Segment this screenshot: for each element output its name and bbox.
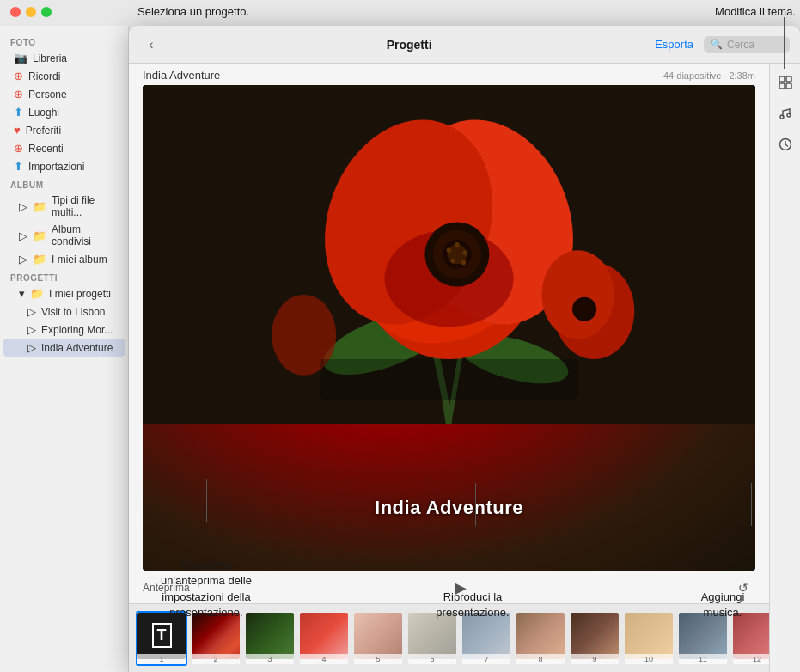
thumb-num-7: 7 — [462, 654, 510, 664]
play-icon-india: ▷ — [27, 341, 36, 354]
sidebar-label-ricordi: Ricordi — [28, 70, 60, 82]
chevron-right-icon-2: ▷ — [19, 229, 27, 242]
play-icon-lisbon: ▷ — [27, 305, 36, 318]
toolbar-title: Progetti — [163, 38, 655, 52]
sidebar-item-india[interactable]: ▷ India Adventure — [3, 339, 125, 357]
slide-image — [143, 85, 755, 424]
traffic-lights — [10, 7, 52, 17]
sidebar-label-recenti: Recenti — [28, 143, 64, 155]
film-thumb-3[interactable]: 3 — [244, 611, 296, 666]
film-thumb-5[interactable]: 5 — [352, 611, 404, 666]
close-button[interactable] — [10, 7, 21, 17]
thumb-num-8: 8 — [516, 654, 565, 664]
content-area: India Adventure 44 diapositive · 2:38m — [129, 64, 800, 672]
film-thumb-2[interactable]: 2 — [190, 611, 241, 666]
svg-point-12 — [447, 248, 452, 254]
sidebar-item-miei-progetti[interactable]: ▾ 📁 I miei progetti — [3, 284, 125, 302]
sidebar-label-libreria: Libreria — [33, 52, 67, 64]
music-button[interactable] — [773, 101, 797, 125]
main-content: India Adventure 44 diapositive · 2:38m — [129, 64, 769, 672]
sidebar-item-ricordi[interactable]: ⊕ Ricordi — [3, 67, 125, 85]
chevron-down-icon: ▾ — [19, 287, 25, 300]
sidebar-item-luoghi[interactable]: ⬆ Luoghi — [3, 103, 125, 121]
film-thumb-6[interactable]: 6 — [406, 611, 458, 666]
clock-button[interactable] — [773, 132, 797, 156]
search-bar[interactable]: 🔍 — [704, 36, 790, 53]
sidebar-label-preferiti: Preferiti — [26, 125, 61, 137]
thumb-num-10: 10 — [625, 654, 673, 664]
library-icon: 📷 — [14, 52, 27, 64]
sidebar-item-preferiti[interactable]: ♥ Preferiti — [3, 121, 125, 139]
svg-point-27 — [787, 113, 791, 117]
thumb-num-1: 1 — [137, 654, 186, 664]
thumb-num-11: 11 — [679, 654, 727, 664]
export-button[interactable]: Esporta — [655, 38, 693, 51]
film-thumb-12[interactable]: 12 — [731, 611, 769, 666]
music-icon — [779, 107, 792, 120]
play-button[interactable]: ▶ — [449, 576, 473, 600]
thumb-num-9: 9 — [571, 654, 619, 664]
svg-rect-21 — [320, 359, 577, 400]
thumb-num-6: 6 — [408, 654, 456, 664]
slide-title: India Adventure — [375, 497, 523, 519]
svg-point-13 — [462, 250, 467, 255]
people-icon: ⊕ — [14, 88, 23, 101]
film-thumb-9[interactable]: 9 — [569, 611, 620, 666]
film-thumb-1[interactable]: T 1 — [136, 611, 187, 666]
sidebar-label-persone: Persone — [28, 89, 67, 101]
svg-point-26 — [780, 115, 784, 119]
imports-icon: ⬆ — [14, 160, 23, 173]
thumb-num-5: 5 — [354, 654, 402, 664]
sidebar-item-libreria[interactable]: 📷 Libreria — [3, 49, 125, 67]
slideshow-preview[interactable]: India Adventure — [143, 85, 755, 571]
sidebar-item-importazioni[interactable]: ⬆ Importazioni — [3, 157, 125, 175]
project-info-bar: India Adventure 44 diapositive · 2:38m — [129, 64, 769, 85]
slideshow-layout-button[interactable] — [773, 70, 797, 95]
sidebar-item-exploring[interactable]: ▷ Exploring Mor... — [3, 321, 125, 339]
chevron-right-icon: ▷ — [19, 200, 27, 213]
film-thumb-11[interactable]: 11 — [677, 611, 729, 666]
shared-albums-icon: 📁 — [33, 229, 46, 242]
svg-point-14 — [455, 242, 460, 247]
filmstrip: T 1 2 3 4 5 — [129, 603, 769, 672]
svg-point-19 — [572, 297, 596, 321]
back-button[interactable]: ‹ — [139, 33, 163, 57]
sidebar-item-lisbon[interactable]: ▷ Visit to Lisbon — [3, 302, 125, 321]
thumb-num-2: 2 — [192, 654, 240, 664]
film-thumb-8[interactable]: 8 — [515, 611, 566, 666]
annotation-seleziona: Seleziona un progetto. — [137, 4, 249, 20]
layout-icon — [779, 76, 792, 89]
sidebar-item-persone[interactable]: ⊕ Persone — [3, 85, 125, 103]
film-thumb-4[interactable]: 4 — [298, 611, 350, 666]
sidebar-label-miei-album: I miei album — [52, 254, 107, 266]
svg-rect-25 — [786, 83, 791, 89]
film-thumb-10[interactable]: 10 — [623, 611, 675, 666]
toolbar: ‹ Progetti Esporta 🔍 — [129, 26, 800, 64]
search-input[interactable] — [727, 39, 787, 51]
foto-section-label: Foto — [0, 33, 128, 49]
minimize-button[interactable] — [26, 7, 36, 17]
search-icon: 🔍 — [711, 39, 723, 50]
thumb-num-4: 4 — [300, 654, 348, 664]
film-thumb-7[interactable]: 7 — [461, 611, 512, 666]
sidebar-item-miei-album[interactable]: ▷ 📁 I miei album — [3, 250, 125, 268]
progetti-section-label: Progetti — [0, 268, 128, 284]
right-sidebar — [769, 64, 800, 672]
clock-icon — [779, 137, 792, 151]
media-types-icon: 📁 — [33, 200, 46, 213]
sidebar-label-miei-progetti: I miei progetti — [49, 288, 111, 300]
sidebar-item-recenti[interactable]: ⊕ Recenti — [3, 139, 125, 157]
sidebar-label-exploring: Exploring Mor... — [41, 324, 113, 336]
slide-background: India Adventure — [143, 85, 755, 571]
svg-rect-24 — [779, 83, 785, 89]
preview-bar: Anteprima ▶ ↺ — [129, 571, 769, 603]
fullscreen-button[interactable] — [41, 7, 52, 17]
annotation-modifica: Modifica il tema. — [715, 4, 796, 20]
loop-button[interactable]: ↺ — [731, 576, 755, 600]
sidebar-label-luoghi: Luoghi — [28, 107, 59, 119]
preview-label: Anteprima — [143, 582, 190, 594]
places-icon: ⬆ — [14, 106, 23, 119]
sidebar-item-tipi[interactable]: ▷ 📁 Tipi di file multi... — [3, 192, 125, 221]
play-icon-exploring: ▷ — [27, 323, 36, 336]
sidebar-item-shared[interactable]: ▷ 📁 Album condivisi — [3, 221, 125, 250]
